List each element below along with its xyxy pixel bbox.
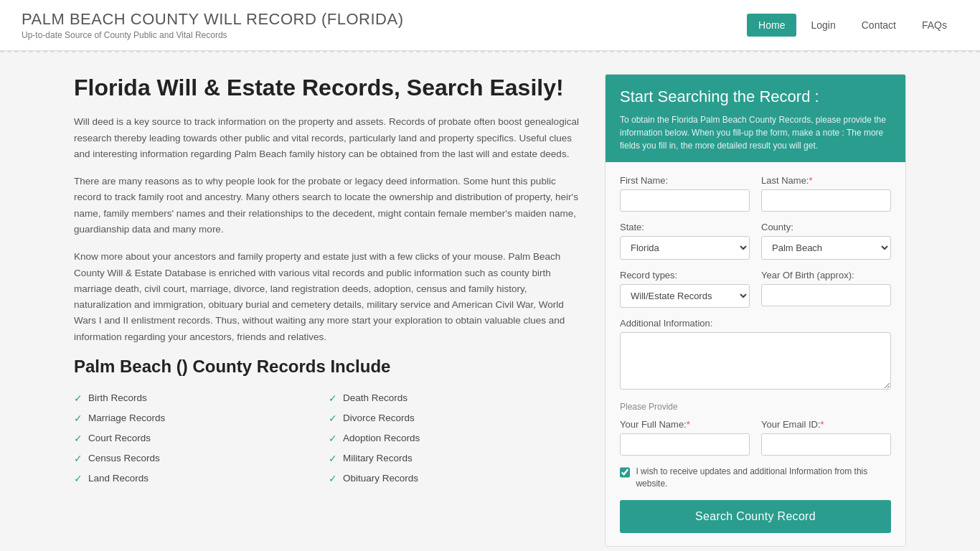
county-select[interactable]: Palm Beach Miami-Dade Broward Orange	[761, 236, 891, 260]
state-group: State: Florida Alabama Georgia Texas	[620, 222, 750, 260]
name-row: First Name: Last Name:*	[620, 175, 891, 212]
list-item: ✓ Census Records	[74, 448, 329, 468]
year-of-birth-label: Year Of Birth (approx):	[761, 270, 891, 281]
list-item: ✓ Land Records	[74, 468, 329, 489]
main-nav: Home Login Contact FAQs	[747, 14, 958, 37]
updates-checkbox[interactable]	[620, 467, 630, 478]
left-column: Florida Will & Estate Records, Search Ea…	[74, 74, 583, 547]
right-column: Start Searching the Record : To obtain t…	[605, 74, 906, 547]
county-group: County: Palm Beach Miami-Dade Broward Or…	[761, 222, 891, 260]
full-name-label: Your Full Name:*	[620, 419, 750, 430]
records-grid: ✓ Birth Records ✓ Marriage Records ✓ Cou…	[74, 388, 583, 489]
record-label: Military Records	[343, 453, 413, 463]
please-provide-label: Please Provide	[620, 402, 891, 412]
check-icon: ✓	[74, 453, 83, 464]
check-icon: ✓	[329, 433, 337, 444]
email-label: Your Email ID:*	[761, 419, 891, 430]
record-type-group: Record types: Will/Estate Records Birth …	[620, 270, 750, 308]
year-of-birth-group: Year Of Birth (approx):	[761, 270, 891, 308]
search-card-description: To obtain the Florida Palm Beach County …	[620, 113, 891, 152]
full-name-input[interactable]	[620, 433, 750, 456]
last-name-group: Last Name:*	[761, 175, 891, 212]
additional-info-row: Additional Information:	[620, 318, 891, 392]
email-group: Your Email ID:*	[761, 419, 891, 456]
site-subtitle: Up-to-date Source of County Public and V…	[22, 30, 404, 40]
intro-paragraph-1: Will deed is a key source to track infor…	[74, 114, 583, 162]
state-county-row: State: Florida Alabama Georgia Texas Cou…	[620, 222, 891, 260]
search-card-body: First Name: Last Name:* State:	[606, 162, 905, 546]
record-label: Court Records	[88, 433, 151, 443]
check-icon: ✓	[74, 473, 83, 484]
record-type-label: Record types:	[620, 270, 750, 281]
main-content: Florida Will & Estate Records, Search Ea…	[60, 52, 920, 551]
record-label: Birth Records	[88, 392, 147, 403]
updates-checkbox-row: I wish to receive updates and additional…	[620, 466, 891, 490]
nav-home[interactable]: Home	[747, 14, 796, 37]
record-label: Adoption Records	[343, 433, 420, 443]
intro-paragraph-2: There are many reasons as to why people …	[74, 174, 583, 237]
list-item: ✓ Court Records	[74, 428, 329, 448]
site-title-main: PALM BEACH COUNTY WILL RECORD	[22, 10, 316, 28]
search-county-record-button[interactable]: Search County Record	[620, 500, 891, 533]
nav-faqs[interactable]: FAQs	[910, 14, 958, 37]
check-icon: ✓	[74, 392, 83, 404]
intro-paragraph-3: Know more about your ancestors and famil…	[74, 249, 583, 345]
search-card-header: Start Searching the Record : To obtain t…	[606, 75, 905, 162]
email-required: *	[821, 419, 824, 430]
first-name-group: First Name:	[620, 175, 750, 212]
header-branding: PALM BEACH COUNTY WILL RECORD (FLORIDA) …	[22, 10, 404, 40]
last-name-required: *	[809, 175, 812, 186]
record-label: Obituary Records	[343, 473, 418, 484]
last-name-label: Last Name:*	[761, 175, 891, 186]
first-name-input[interactable]	[620, 189, 750, 212]
list-item: ✓ Military Records	[329, 448, 583, 468]
full-name-group: Your Full Name:*	[620, 419, 750, 456]
state-label: State:	[620, 222, 750, 232]
page-heading: Florida Will & Estate Records, Search Ea…	[74, 74, 583, 101]
record-label: Census Records	[88, 453, 160, 463]
additional-info-textarea[interactable]	[620, 332, 891, 390]
site-title-suffix: (FLORIDA)	[316, 10, 403, 28]
list-item: ✓ Obituary Records	[329, 468, 583, 489]
check-icon: ✓	[74, 413, 83, 424]
records-heading: Palm Beach () County Records Include	[74, 357, 583, 377]
email-input[interactable]	[761, 433, 891, 456]
record-label: Land Records	[88, 473, 149, 484]
record-label: Marriage Records	[88, 413, 165, 423]
first-name-label: First Name:	[620, 175, 750, 186]
check-icon: ✓	[329, 453, 337, 464]
check-icon: ✓	[329, 392, 337, 404]
record-label: Death Records	[343, 392, 407, 403]
check-icon: ✓	[329, 413, 337, 424]
contact-row: Your Full Name:* Your Email ID:*	[620, 419, 891, 456]
last-name-input[interactable]	[761, 189, 891, 212]
year-of-birth-input[interactable]	[761, 284, 891, 306]
search-card: Start Searching the Record : To obtain t…	[605, 74, 906, 547]
additional-info-group: Additional Information:	[620, 318, 891, 392]
record-type-row: Record types: Will/Estate Records Birth …	[620, 270, 891, 308]
list-item: ✓ Death Records	[329, 388, 583, 408]
nav-login[interactable]: Login	[799, 14, 847, 37]
list-item: ✓ Divorce Records	[329, 408, 583, 428]
site-title: PALM BEACH COUNTY WILL RECORD (FLORIDA)	[22, 10, 404, 29]
list-item: ✓ Marriage Records	[74, 408, 329, 428]
site-header: PALM BEACH COUNTY WILL RECORD (FLORIDA) …	[0, 0, 980, 51]
list-item: ✓ Birth Records	[74, 388, 329, 408]
full-name-required: *	[687, 419, 690, 430]
record-type-select[interactable]: Will/Estate Records Birth Records Death …	[620, 284, 750, 308]
updates-checkbox-label: I wish to receive updates and additional…	[636, 466, 891, 490]
nav-contact[interactable]: Contact	[850, 14, 908, 37]
search-card-title: Start Searching the Record :	[620, 88, 891, 106]
check-icon: ✓	[329, 473, 337, 484]
check-icon: ✓	[74, 433, 83, 444]
list-item: ✓ Adoption Records	[329, 428, 583, 448]
additional-info-label: Additional Information:	[620, 318, 891, 329]
state-select[interactable]: Florida Alabama Georgia Texas	[620, 236, 750, 260]
county-label: County:	[761, 222, 891, 232]
record-label: Divorce Records	[343, 413, 415, 423]
